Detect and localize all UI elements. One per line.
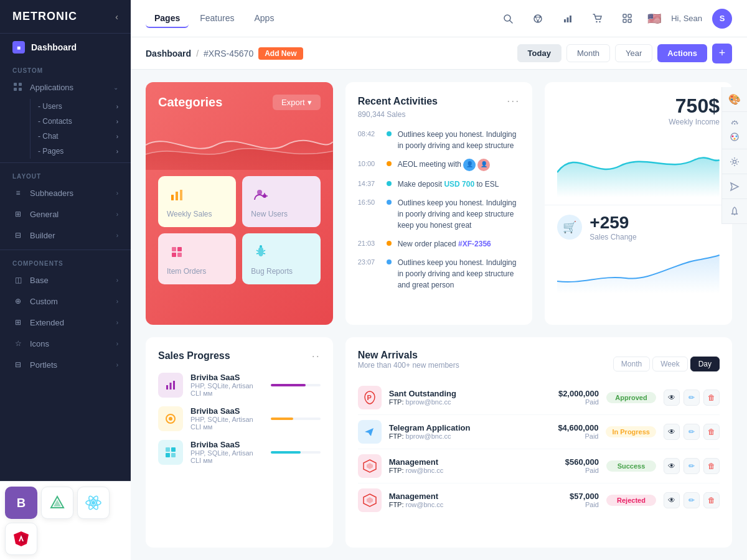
sp-name-2: Briviba SaaS <box>190 440 263 449</box>
nav-link-pages[interactable]: Pages <box>146 9 189 28</box>
na-tab-month[interactable]: Month <box>613 357 650 371</box>
sidebar-collapse-icon[interactable]: ‹ <box>115 12 118 22</box>
na-app-name-0: Sant Outstanding <box>389 389 535 398</box>
sp-sub-1: PHP, SQLite, Artisan CLI мм <box>190 416 263 431</box>
logo-text: METRONIC <box>12 10 77 23</box>
sidebar-item-extended[interactable]: ⊞Extended › <box>0 312 131 333</box>
na-edit-btn-1[interactable]: ✏ <box>684 424 700 440</box>
vue-logo[interactable] <box>41 487 73 519</box>
sidebar-item-subheaders[interactable]: ≡Subheaders › <box>0 182 131 203</box>
recent-activities-card: Recent Activities ··· 890,344 Sales 08:4… <box>345 82 533 325</box>
right-settings-icon[interactable] <box>722 149 747 174</box>
order-link[interactable]: #XF-2356 <box>458 240 491 248</box>
sp-item-2: Briviba SaaS PHP, SQLite, Artisan CLI мм <box>158 440 321 465</box>
flag-icon[interactable]: 🇺🇸 <box>647 12 661 26</box>
user-avatar[interactable]: S <box>712 9 732 29</box>
icons-label: Icons <box>30 339 49 348</box>
na-view-btn-3[interactable]: 👁 <box>664 492 680 508</box>
na-view-btn-1[interactable]: 👁 <box>664 424 680 440</box>
nav-link-features[interactable]: Features <box>191 9 243 28</box>
new-arrivals-table: P Sant Outstanding FTP: bprow@bnc.cc $2,… <box>358 381 720 517</box>
sidebar-item-custom[interactable]: ⊕Custom › <box>0 291 131 312</box>
export-button[interactable]: Export ▾ <box>273 95 321 110</box>
today-button[interactable]: Today <box>517 44 561 62</box>
activities-menu-icon[interactable]: ··· <box>507 95 520 108</box>
framework-logos: B <box>0 481 131 560</box>
right-send-icon[interactable] <box>722 174 747 199</box>
general-icon: ⊞ <box>12 208 24 220</box>
sp-progress-0 <box>271 384 321 386</box>
network-icon[interactable] <box>528 9 548 29</box>
subheader: Dashboard / #XRS-45670 Add New Today Mon… <box>131 37 747 70</box>
svg-rect-53 <box>171 447 176 452</box>
extended-arrow-icon: › <box>116 319 118 326</box>
react-logo[interactable] <box>77 487 110 519</box>
activity-time-1437: 14:37 <box>358 180 380 187</box>
sidebar-item-icons[interactable]: ☆Icons › <box>0 333 131 354</box>
na-actions-1: 👁 ✏ 🗑 <box>664 424 720 440</box>
income-chart <box>557 129 720 197</box>
sidebar-item-pages[interactable]: - Pages› <box>30 144 118 159</box>
svg-rect-24 <box>570 16 571 22</box>
portlets-arrow-icon: › <box>116 362 118 368</box>
breadcrumb-dashboard[interactable]: Dashboard <box>146 49 191 58</box>
na-app-ftp-1: FTP: bprow@bnc.cc <box>389 432 535 440</box>
sidebar-item-applications[interactable]: Applications ⌄ - Users› - Contacts› - Ch… <box>0 77 131 159</box>
sidebar-item-users[interactable]: - Users› <box>30 99 118 114</box>
na-edit-btn-0[interactable]: ✏ <box>684 390 700 406</box>
nav-link-apps[interactable]: Apps <box>246 9 283 28</box>
dashboard-icon: ■ <box>12 41 25 54</box>
cat-item-new-users[interactable]: New Users <box>242 176 320 227</box>
na-view-btn-2[interactable]: 👁 <box>664 458 680 474</box>
sidebar-item-builder[interactable]: ⊟Builder › <box>0 225 131 246</box>
grid-icon[interactable] <box>618 9 637 29</box>
na-tab-day[interactable]: Day <box>690 357 720 371</box>
search-icon[interactable] <box>498 9 518 29</box>
right-notification-icon[interactable] <box>722 199 747 224</box>
avatar-2: 👤 <box>477 159 490 171</box>
sidebar-item-portlets[interactable]: ⊟Portlets › <box>0 354 131 375</box>
cat-item-bug-reports[interactable]: Bug Reports <box>242 233 320 284</box>
na-tab-week[interactable]: Week <box>652 357 687 371</box>
na-edit-btn-2[interactable]: ✏ <box>684 458 700 474</box>
subheader-plus-button[interactable]: + <box>712 44 732 63</box>
cat-item-weekly-sales[interactable]: Weekly Sales <box>158 176 236 227</box>
right-icon-palette[interactable]: 🎨 <box>722 87 732 112</box>
svg-rect-3 <box>19 88 22 91</box>
svg-point-46 <box>260 245 262 248</box>
actions-button[interactable]: Actions <box>657 44 707 62</box>
na-amount-val-1: $4,600,000 <box>542 423 598 432</box>
income-amount: 750$ <box>557 95 720 118</box>
na-edit-btn-3[interactable]: ✏ <box>684 492 700 508</box>
categories-wave <box>146 120 333 170</box>
bootstrap-logo[interactable]: B <box>5 487 37 519</box>
cart-icon[interactable] <box>588 9 608 29</box>
right-sidebar-icons <box>721 124 747 224</box>
na-delete-btn-1[interactable]: 🗑 <box>703 424 720 440</box>
weekly-sales-label: Weekly Sales <box>167 210 227 218</box>
add-new-badge[interactable]: Add New <box>258 47 303 60</box>
year-button[interactable]: Year <box>615 44 652 62</box>
sales-progress-menu-icon[interactable]: ·· <box>312 350 321 363</box>
sp-progress-1 <box>271 418 321 420</box>
new-arrivals-title-group: New Arrivals More than 400+ new members <box>358 350 459 378</box>
sidebar-item-general[interactable]: ⊞General › <box>0 203 131 225</box>
sidebar-dashboard-item[interactable]: ■ Dashboard <box>0 34 131 61</box>
na-view-btn-0[interactable]: 👁 <box>664 390 680 406</box>
activity-text-0842: Outlines keep you honest. Indulging in p… <box>398 129 520 151</box>
sidebar-item-base[interactable]: ◫Base › <box>0 269 131 291</box>
right-palette-icon[interactable] <box>722 124 747 149</box>
sidebar-item-contacts[interactable]: - Contacts› <box>30 114 118 129</box>
na-app-ftp-3: FTP: row@bnc.cc <box>389 501 535 508</box>
cat-item-item-orders[interactable]: Item Orders <box>158 233 236 284</box>
na-amount-1: $4,600,000 Paid <box>542 423 598 440</box>
month-button[interactable]: Month <box>566 44 610 62</box>
chart-icon[interactable] <box>558 9 578 29</box>
na-delete-btn-2[interactable]: 🗑 <box>703 458 720 474</box>
na-delete-btn-3[interactable]: 🗑 <box>703 492 720 508</box>
svg-rect-52 <box>166 447 170 452</box>
na-delete-btn-0[interactable]: 🗑 <box>703 390 720 406</box>
sidebar-item-chat[interactable]: - Chat› <box>30 129 118 144</box>
angular-logo[interactable] <box>5 523 37 555</box>
new-arrivals-tabs: Month Week Day <box>613 357 720 371</box>
